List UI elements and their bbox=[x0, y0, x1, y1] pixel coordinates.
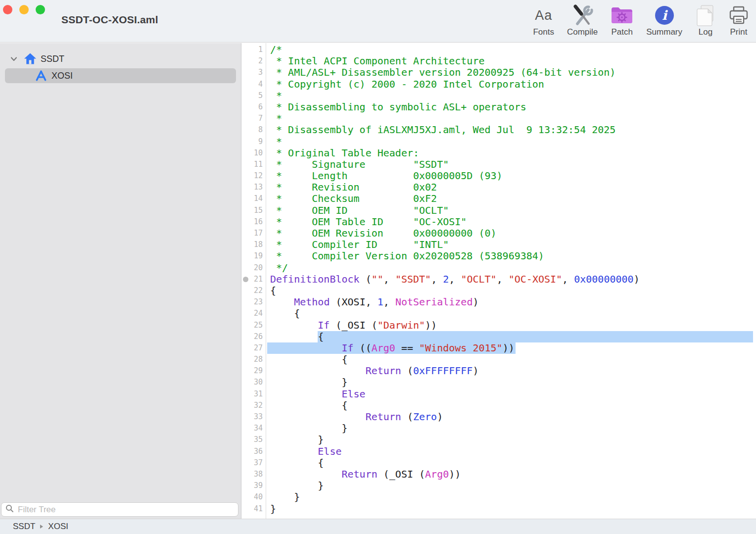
tree-label-xosi: XOSI bbox=[51, 71, 73, 81]
line-marker-dot bbox=[243, 277, 248, 282]
line-number: 8 bbox=[248, 124, 266, 136]
tree-row-ssdt[interactable]: SSDT bbox=[5, 51, 236, 66]
breadcrumb-xosi[interactable]: XOSI bbox=[48, 522, 68, 532]
patch-label: Patch bbox=[612, 27, 633, 37]
compile-label: Compile bbox=[567, 27, 598, 37]
code-line: 31 Else bbox=[242, 388, 756, 400]
code-line: 41} bbox=[242, 503, 756, 515]
code-line: 33 Return (Zero) bbox=[242, 411, 756, 423]
compile-button[interactable]: Compile bbox=[561, 4, 604, 37]
line-number: 5 bbox=[248, 90, 266, 101]
code-line: 7 * bbox=[242, 113, 756, 124]
line-number: 6 bbox=[248, 101, 266, 113]
fonts-aa-icon: Aa bbox=[535, 8, 552, 23]
line-number: 29 bbox=[248, 365, 266, 377]
line-number: 19 bbox=[248, 250, 266, 262]
log-button[interactable]: Log bbox=[689, 4, 722, 37]
zoom-button[interactable] bbox=[36, 5, 45, 14]
line-number: 28 bbox=[248, 354, 266, 365]
sidebar: SSDT XOSI bbox=[0, 43, 241, 519]
code-line: 21DefinitionBlock ("", "SSDT", 2, "OCLT"… bbox=[242, 274, 756, 285]
tree-label-ssdt: SSDT bbox=[41, 54, 64, 64]
code-line: 18 * Compiler ID "INTL" bbox=[242, 239, 756, 250]
code-line: 26 { bbox=[242, 331, 756, 342]
line-number: 33 bbox=[248, 411, 266, 423]
line-number: 27 bbox=[248, 342, 266, 354]
summary-button[interactable]: i Summary bbox=[640, 4, 689, 37]
code-line: 27 If ((Arg0 == "Windows 2015")) bbox=[242, 342, 756, 354]
code-line: 34 } bbox=[242, 423, 756, 434]
print-button[interactable]: Print bbox=[722, 4, 755, 37]
code-line: 5 * bbox=[242, 90, 756, 101]
code-line: 4 * Copyright (c) 2000 - 2020 Intel Corp… bbox=[242, 79, 756, 90]
fonts-button[interactable]: Aa Fonts bbox=[526, 4, 561, 37]
line-number: 39 bbox=[248, 480, 266, 491]
line-number: 2 bbox=[248, 55, 266, 67]
asl-app-icon bbox=[35, 69, 47, 82]
minimize-button[interactable] bbox=[19, 5, 29, 14]
breadcrumb-ssdt[interactable]: SSDT bbox=[13, 522, 35, 532]
code-lines: 1/*2 * Intel ACPI Component Architecture… bbox=[242, 44, 756, 515]
line-number: 17 bbox=[248, 228, 266, 239]
code-line: 12 * Length 0x0000005D (93) bbox=[242, 170, 756, 182]
compile-tools-icon bbox=[571, 4, 594, 27]
line-number: 24 bbox=[248, 308, 266, 319]
line-number: 7 bbox=[248, 113, 266, 124]
titlebar: SSDT-OC-XOSI.aml Aa Fonts Compile bbox=[0, 0, 756, 43]
code-line: 14 * Checksum 0xF2 bbox=[242, 193, 756, 204]
line-number: 14 bbox=[248, 193, 266, 204]
code-line: 19 * Compiler Version 0x20200528 (538969… bbox=[242, 250, 756, 262]
log-documents-icon bbox=[695, 4, 716, 27]
line-number: 9 bbox=[248, 136, 266, 147]
code-line: 20 */ bbox=[242, 262, 756, 274]
printer-icon bbox=[729, 4, 749, 27]
filter-tree-field[interactable] bbox=[1, 502, 238, 517]
line-number: 25 bbox=[248, 320, 266, 331]
patch-button[interactable]: Patch bbox=[604, 4, 640, 37]
breadcrumb-arrow-icon bbox=[40, 524, 44, 529]
line-number: 1 bbox=[248, 44, 266, 55]
path-bar: SSDT XOSI bbox=[0, 519, 756, 534]
line-number: 37 bbox=[248, 457, 266, 469]
code-line: 30 } bbox=[242, 377, 756, 388]
line-number: 31 bbox=[248, 388, 266, 400]
close-button[interactable] bbox=[3, 5, 12, 14]
line-number: 32 bbox=[248, 400, 266, 411]
line-number: 22 bbox=[248, 285, 266, 296]
filter-tree-input[interactable] bbox=[18, 505, 234, 515]
line-number: 11 bbox=[248, 159, 266, 170]
code-line: 17 * OEM Revision 0x00000000 (0) bbox=[242, 228, 756, 239]
code-line: 39 } bbox=[242, 480, 756, 491]
line-number: 21 bbox=[248, 274, 266, 285]
search-icon bbox=[5, 504, 14, 515]
code-line: 15 * OEM ID "OCLT" bbox=[242, 205, 756, 216]
line-number: 16 bbox=[248, 216, 266, 228]
line-number: 18 bbox=[248, 239, 266, 250]
code-line: 3 * AML/ASL+ Disassembler version 202009… bbox=[242, 67, 756, 78]
code-line: 10 * Original Table Header: bbox=[242, 147, 756, 159]
log-label: Log bbox=[699, 27, 712, 37]
line-number: 41 bbox=[248, 503, 266, 515]
code-line: 23 Method (XOSI, 1, NotSerialized) bbox=[242, 296, 756, 308]
line-number: 34 bbox=[248, 423, 266, 434]
house-icon bbox=[24, 52, 37, 65]
line-number: 13 bbox=[248, 182, 266, 193]
line-number: 3 bbox=[248, 67, 266, 78]
line-number: 38 bbox=[248, 469, 266, 480]
code-line: 32 { bbox=[242, 400, 756, 411]
tree-row-xosi[interactable]: XOSI bbox=[5, 68, 236, 83]
line-number: 15 bbox=[248, 205, 266, 216]
tree: SSDT XOSI bbox=[0, 43, 241, 83]
line-number: 12 bbox=[248, 170, 266, 182]
code-line: 6 * Disassembling to symbolic ASL+ opera… bbox=[242, 101, 756, 113]
code-line: 37 { bbox=[242, 457, 756, 469]
code-line: 16 * OEM Table ID "OC-XOSI" bbox=[242, 216, 756, 228]
selection-highlight bbox=[318, 331, 753, 342]
line-number: 26 bbox=[248, 331, 266, 342]
toolbar: Aa Fonts Compile bbox=[526, 4, 755, 37]
chevron-down-icon[interactable] bbox=[8, 55, 20, 63]
code-line: 38 Return (_OSI (Arg0)) bbox=[242, 469, 756, 480]
code-line: 13 * Revision 0x02 bbox=[242, 182, 756, 193]
code-editor[interactable]: 1/*2 * Intel ACPI Component Architecture… bbox=[242, 43, 756, 519]
code-line: 25 If (_OSI ("Darwin")) bbox=[242, 320, 756, 331]
